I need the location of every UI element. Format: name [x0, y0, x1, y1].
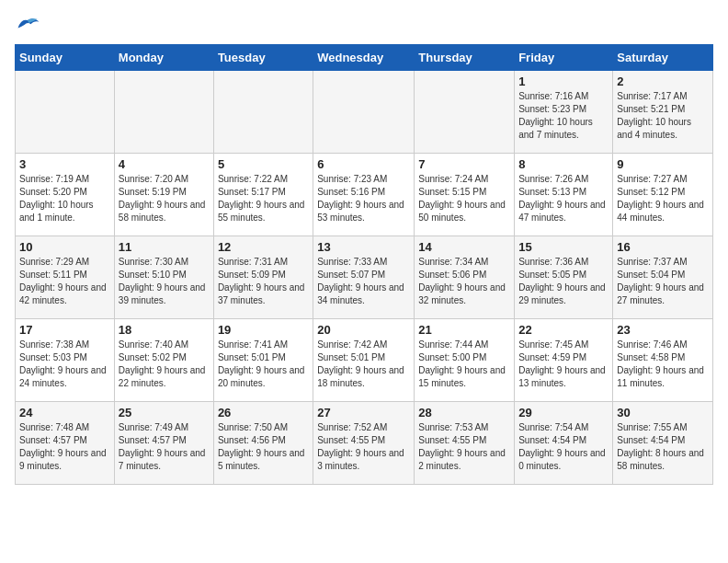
day-info: Sunrise: 7:26 AM Sunset: 5:13 PM Dayligh…	[518, 173, 609, 224]
day-cell: 19Sunrise: 7:41 AM Sunset: 5:01 PM Dayli…	[213, 319, 313, 402]
day-number: 6	[317, 157, 410, 171]
day-cell	[415, 71, 515, 154]
header-row: SundayMondayTuesdayWednesdayThursdayFrid…	[16, 45, 713, 71]
day-number: 9	[617, 157, 709, 171]
week-row-3: 10Sunrise: 7:29 AM Sunset: 5:11 PM Dayli…	[16, 236, 713, 319]
day-cell: 15Sunrise: 7:36 AM Sunset: 5:05 PM Dayli…	[515, 236, 613, 319]
day-info: Sunrise: 7:33 AM Sunset: 5:07 PM Dayligh…	[317, 256, 410, 307]
day-info: Sunrise: 7:23 AM Sunset: 5:16 PM Dayligh…	[317, 173, 410, 224]
day-info: Sunrise: 7:29 AM Sunset: 5:11 PM Dayligh…	[19, 256, 110, 307]
day-info: Sunrise: 7:42 AM Sunset: 5:01 PM Dayligh…	[317, 339, 410, 390]
calendar-table: SundayMondayTuesdayWednesdayThursdayFrid…	[15, 44, 713, 485]
day-info: Sunrise: 7:44 AM Sunset: 5:00 PM Dayligh…	[418, 339, 510, 390]
day-info: Sunrise: 7:49 AM Sunset: 4:57 PM Dayligh…	[119, 421, 210, 473]
day-number: 3	[19, 157, 110, 171]
day-info: Sunrise: 7:50 AM Sunset: 4:56 PM Dayligh…	[218, 421, 309, 473]
day-cell: 10Sunrise: 7:29 AM Sunset: 5:11 PM Dayli…	[16, 236, 115, 319]
week-row-5: 24Sunrise: 7:48 AM Sunset: 4:57 PM Dayli…	[16, 402, 713, 485]
day-number: 1	[518, 75, 609, 88]
day-cell: 11Sunrise: 7:30 AM Sunset: 5:10 PM Dayli…	[114, 236, 213, 319]
day-number: 13	[317, 240, 410, 254]
day-cell: 2Sunrise: 7:17 AM Sunset: 5:21 PM Daylig…	[613, 71, 713, 154]
day-cell: 18Sunrise: 7:40 AM Sunset: 5:02 PM Dayli…	[114, 319, 213, 402]
col-header-saturday: Saturday	[613, 45, 713, 71]
day-cell: 5Sunrise: 7:22 AM Sunset: 5:17 PM Daylig…	[213, 154, 313, 236]
day-info: Sunrise: 7:40 AM Sunset: 5:02 PM Dayligh…	[119, 339, 210, 390]
day-number: 18	[119, 323, 210, 337]
day-number: 26	[218, 406, 309, 419]
day-info: Sunrise: 7:24 AM Sunset: 5:15 PM Dayligh…	[418, 173, 510, 224]
day-cell: 3Sunrise: 7:19 AM Sunset: 5:20 PM Daylig…	[16, 154, 115, 236]
day-cell: 20Sunrise: 7:42 AM Sunset: 5:01 PM Dayli…	[313, 319, 415, 402]
day-info: Sunrise: 7:17 AM Sunset: 5:21 PM Dayligh…	[617, 90, 709, 142]
day-number: 22	[518, 323, 609, 337]
day-cell: 28Sunrise: 7:53 AM Sunset: 4:55 PM Dayli…	[415, 402, 515, 485]
day-info: Sunrise: 7:36 AM Sunset: 5:05 PM Dayligh…	[518, 256, 609, 307]
day-info: Sunrise: 7:30 AM Sunset: 5:10 PM Dayligh…	[119, 256, 210, 307]
day-cell: 9Sunrise: 7:27 AM Sunset: 5:12 PM Daylig…	[613, 154, 713, 236]
col-header-monday: Monday	[114, 45, 213, 71]
col-header-sunday: Sunday	[16, 45, 115, 71]
day-info: Sunrise: 7:22 AM Sunset: 5:17 PM Dayligh…	[218, 173, 309, 224]
day-cell: 7Sunrise: 7:24 AM Sunset: 5:15 PM Daylig…	[415, 154, 515, 236]
day-info: Sunrise: 7:27 AM Sunset: 5:12 PM Dayligh…	[617, 173, 709, 224]
day-cell: 26Sunrise: 7:50 AM Sunset: 4:56 PM Dayli…	[213, 402, 313, 485]
day-info: Sunrise: 7:46 AM Sunset: 4:58 PM Dayligh…	[617, 339, 709, 390]
col-header-tuesday: Tuesday	[213, 45, 313, 71]
day-cell: 16Sunrise: 7:37 AM Sunset: 5:04 PM Dayli…	[613, 236, 713, 319]
day-number: 12	[218, 240, 309, 254]
day-info: Sunrise: 7:48 AM Sunset: 4:57 PM Dayligh…	[19, 421, 110, 473]
day-cell: 17Sunrise: 7:38 AM Sunset: 5:03 PM Dayli…	[16, 319, 115, 402]
header	[15, 15, 713, 35]
day-info: Sunrise: 7:20 AM Sunset: 5:19 PM Dayligh…	[119, 173, 210, 224]
day-cell	[16, 71, 115, 154]
day-number: 16	[617, 240, 709, 254]
day-info: Sunrise: 7:53 AM Sunset: 4:55 PM Dayligh…	[418, 421, 510, 473]
day-cell: 4Sunrise: 7:20 AM Sunset: 5:19 PM Daylig…	[114, 154, 213, 236]
week-row-1: 1Sunrise: 7:16 AM Sunset: 5:23 PM Daylig…	[16, 71, 713, 154]
col-header-wednesday: Wednesday	[313, 45, 415, 71]
day-cell: 25Sunrise: 7:49 AM Sunset: 4:57 PM Dayli…	[114, 402, 213, 485]
day-cell: 27Sunrise: 7:52 AM Sunset: 4:55 PM Dayli…	[313, 402, 415, 485]
day-cell: 1Sunrise: 7:16 AM Sunset: 5:23 PM Daylig…	[515, 71, 613, 154]
day-number: 8	[518, 157, 609, 171]
day-cell: 23Sunrise: 7:46 AM Sunset: 4:58 PM Dayli…	[613, 319, 713, 402]
day-number: 28	[418, 406, 510, 419]
day-cell	[313, 71, 415, 154]
day-cell: 14Sunrise: 7:34 AM Sunset: 5:06 PM Dayli…	[415, 236, 515, 319]
day-cell: 24Sunrise: 7:48 AM Sunset: 4:57 PM Dayli…	[16, 402, 115, 485]
day-number: 10	[19, 240, 110, 254]
day-number: 27	[317, 406, 410, 419]
day-number: 2	[617, 75, 709, 88]
day-info: Sunrise: 7:55 AM Sunset: 4:54 PM Dayligh…	[617, 421, 709, 473]
day-info: Sunrise: 7:52 AM Sunset: 4:55 PM Dayligh…	[317, 421, 410, 473]
day-info: Sunrise: 7:37 AM Sunset: 5:04 PM Dayligh…	[617, 256, 709, 307]
day-number: 25	[119, 406, 210, 419]
day-number: 21	[418, 323, 510, 337]
day-info: Sunrise: 7:34 AM Sunset: 5:06 PM Dayligh…	[418, 256, 510, 307]
day-number: 24	[19, 406, 110, 419]
day-cell	[213, 71, 313, 154]
day-cell: 29Sunrise: 7:54 AM Sunset: 4:54 PM Dayli…	[515, 402, 613, 485]
day-number: 4	[119, 157, 210, 171]
day-number: 20	[317, 323, 410, 337]
day-info: Sunrise: 7:45 AM Sunset: 4:59 PM Dayligh…	[518, 339, 609, 390]
day-number: 19	[218, 323, 309, 337]
day-cell: 22Sunrise: 7:45 AM Sunset: 4:59 PM Dayli…	[515, 319, 613, 402]
day-info: Sunrise: 7:54 AM Sunset: 4:54 PM Dayligh…	[518, 421, 609, 473]
col-header-friday: Friday	[515, 45, 613, 71]
day-cell: 30Sunrise: 7:55 AM Sunset: 4:54 PM Dayli…	[613, 402, 713, 485]
logo-bird-icon	[15, 15, 40, 35]
day-number: 15	[518, 240, 609, 254]
day-cell: 13Sunrise: 7:33 AM Sunset: 5:07 PM Dayli…	[313, 236, 415, 319]
day-number: 7	[418, 157, 510, 171]
day-info: Sunrise: 7:38 AM Sunset: 5:03 PM Dayligh…	[19, 339, 110, 390]
day-info: Sunrise: 7:16 AM Sunset: 5:23 PM Dayligh…	[518, 90, 609, 142]
day-number: 11	[119, 240, 210, 254]
day-cell: 12Sunrise: 7:31 AM Sunset: 5:09 PM Dayli…	[213, 236, 313, 319]
week-row-4: 17Sunrise: 7:38 AM Sunset: 5:03 PM Dayli…	[16, 319, 713, 402]
day-cell: 21Sunrise: 7:44 AM Sunset: 5:00 PM Dayli…	[415, 319, 515, 402]
day-number: 23	[617, 323, 709, 337]
day-info: Sunrise: 7:31 AM Sunset: 5:09 PM Dayligh…	[218, 256, 309, 307]
day-info: Sunrise: 7:19 AM Sunset: 5:20 PM Dayligh…	[19, 173, 110, 224]
